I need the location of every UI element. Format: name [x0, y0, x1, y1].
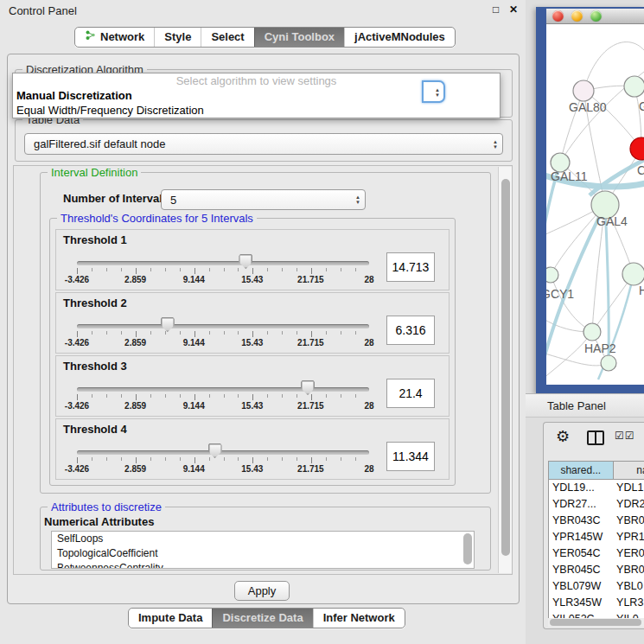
scrollbar-thumb[interactable]	[550, 619, 641, 626]
node-right[interactable]	[622, 263, 644, 285]
tab-jactivemnodules[interactable]: jActiveMNodules	[344, 28, 455, 47]
float-window-icon[interactable]: □	[493, 3, 499, 16]
threshold-value-field[interactable]: 21.4	[386, 379, 435, 408]
number-of-intervals-label: Number of Intervals	[63, 192, 169, 205]
tab-select[interactable]: Select	[201, 28, 253, 47]
list-item[interactable]: BetweennessCentrality	[52, 561, 474, 569]
algorithm-combo-focus-fragment[interactable]: ▲ ▼	[422, 80, 445, 103]
close-icon[interactable]: ✕	[509, 3, 518, 16]
node-top-right[interactable]	[624, 76, 644, 97]
tick-label: -3.426	[65, 338, 89, 348]
slider-track[interactable]	[77, 261, 369, 265]
node-label: H	[639, 284, 644, 297]
threshold-panel-3: Threshold 3 -3.426 2.859 9.144 15.43 21.…	[55, 355, 450, 417]
threshold-label: Threshold 1	[63, 233, 127, 246]
tab-cyni-toolbox[interactable]: Cyni Toolbox	[254, 28, 344, 47]
control-panel-tabs: Network Style Select Cyni Toolbox jActiv…	[74, 27, 456, 48]
tick-label: 15.43	[241, 338, 263, 348]
column-header-name[interactable]: name	[614, 462, 644, 479]
scrollbar-thumb[interactable]	[501, 179, 510, 556]
threshold-value-field[interactable]: 14.713	[386, 252, 435, 282]
node-label: GAL80	[569, 100, 607, 114]
tick-label: 2.859	[124, 275, 146, 284]
group-title: Attributes to discretize	[48, 501, 165, 513]
node-label: GAL4	[596, 214, 628, 228]
gear-icon[interactable]: ⚙	[556, 427, 570, 446]
numerical-attributes-list: SelfLoops TopologicalCoefficient Between…	[51, 531, 475, 569]
list-item[interactable]: TopologicalCoefficient	[52, 546, 474, 561]
node-label: HAP2	[584, 341, 616, 355]
threshold-panel-2: Threshold 2 -3.426 2.859 9.144 15.43 21.…	[55, 292, 450, 354]
node-gal80[interactable]	[573, 80, 594, 101]
threshold-label: Threshold 2	[63, 296, 127, 309]
tick-label: 2.859	[124, 401, 146, 411]
spinner-down-icon: ▼	[493, 144, 498, 150]
minimize-traffic-light[interactable]	[571, 10, 583, 22]
tab-discretize-data[interactable]: Discretize Data	[212, 609, 312, 628]
apply-button[interactable]: Apply	[234, 581, 290, 601]
slider-track[interactable]	[77, 324, 369, 328]
slider-thumb[interactable]	[208, 443, 222, 458]
column-header-shared-name[interactable]: shared...	[549, 462, 614, 479]
table-row[interactable]: YBL079WYBL0	[549, 578, 644, 595]
zoom-traffic-light[interactable]	[590, 10, 602, 22]
list-scrollbar-thumb[interactable]	[463, 533, 472, 564]
table-row[interactable]: YDR27...YDR2	[549, 496, 644, 513]
tab-impute-data[interactable]: Impute Data	[129, 609, 212, 628]
list-item[interactable]: SelfLoops	[52, 532, 474, 546]
threshold-panel-1: Threshold 1 -3.426 2.859 9.144 15.43 21.…	[55, 229, 450, 290]
number-of-intervals-combobox[interactable]: 5 ▲▼	[161, 189, 366, 210]
table-row[interactable]: YER054CYER0	[549, 545, 644, 562]
threshold-label: Threshold 3	[63, 360, 127, 373]
slider-thumb[interactable]	[161, 317, 175, 332]
tick-label: 28	[364, 464, 373, 474]
node-red-selected[interactable]	[630, 137, 644, 160]
node-gcy1[interactable]	[546, 267, 558, 283]
table-panel-title: Table Panel	[547, 399, 606, 412]
tick-label: 28	[364, 338, 373, 348]
table-row[interactable]: YDL19...YDL1	[549, 480, 644, 496]
cyni-bottom-tabs: Impute Data Discretize Data Infer Networ…	[128, 608, 405, 628]
node-bottom[interactable]	[601, 355, 616, 371]
node-table: shared... name YDL19...YDL1 YDR27...YDR2…	[548, 461, 644, 622]
tab-style[interactable]: Style	[154, 28, 201, 47]
horizontal-scrollbar[interactable]	[548, 618, 644, 627]
slider-track[interactable]	[77, 387, 369, 392]
select-columns-icons[interactable]: ☑☑	[615, 430, 635, 442]
control-panel: Control Panel □ ✕ Network Style Select C…	[0, 0, 526, 644]
tab-infer-network[interactable]: Infer Network	[313, 609, 405, 628]
node-hap2[interactable]	[583, 323, 601, 341]
slider-track[interactable]	[77, 450, 369, 455]
threshold-value-field[interactable]: 11.344	[386, 442, 435, 471]
table-row[interactable]: YBR045CYBR0	[549, 562, 644, 578]
tick-label: 9.144	[183, 401, 205, 411]
tick-label: 28	[364, 401, 373, 411]
spinner-down-icon: ▼	[435, 92, 440, 98]
slider-major-ticks	[77, 331, 370, 337]
node-label: GAL11	[551, 169, 588, 183]
dropdown-item-equal-width[interactable]: Equal Width/Frequency Discretization	[13, 103, 500, 118]
node-label: G	[639, 99, 644, 113]
vertical-scrollbar[interactable]	[498, 167, 512, 573]
table-row[interactable]: YPR145WYPR1	[549, 529, 644, 545]
close-traffic-light[interactable]	[552, 10, 564, 22]
network-graph: GAL80 GAL11 GAL4 GCY1 HAP2 G C H	[546, 24, 644, 385]
table-row[interactable]: YLR345WYLR3	[549, 595, 644, 611]
slider-major-ticks	[77, 268, 370, 274]
attributes-to-discretize-group: Attributes to discretize Numerical Attri…	[40, 507, 491, 571]
network-window-titlebar[interactable]	[546, 9, 644, 24]
threshold-value-field[interactable]: 6.316	[386, 316, 435, 345]
table-panel: ⚙ ☑☑ shared... name YDL19...YDL1 YDR27..…	[543, 422, 644, 629]
tick-label: 9.144	[183, 275, 205, 284]
tick-label: 9.144	[183, 464, 205, 474]
slider-thumb[interactable]	[239, 254, 252, 269]
split-view-icon[interactable]	[587, 430, 604, 445]
tab-network[interactable]: Network	[75, 28, 154, 47]
tick-label: 21.715	[297, 275, 324, 284]
threshold-label: Threshold 4	[63, 423, 127, 436]
node-label: C	[637, 163, 644, 177]
table-data-combobox[interactable]: galFiltered.sif default node ▲▼	[24, 133, 503, 155]
slider-thumb[interactable]	[301, 380, 315, 395]
network-canvas[interactable]: GAL80 GAL11 GAL4 GCY1 HAP2 G C H	[546, 24, 644, 385]
table-row[interactable]: YBR043CYBR0	[549, 513, 644, 529]
